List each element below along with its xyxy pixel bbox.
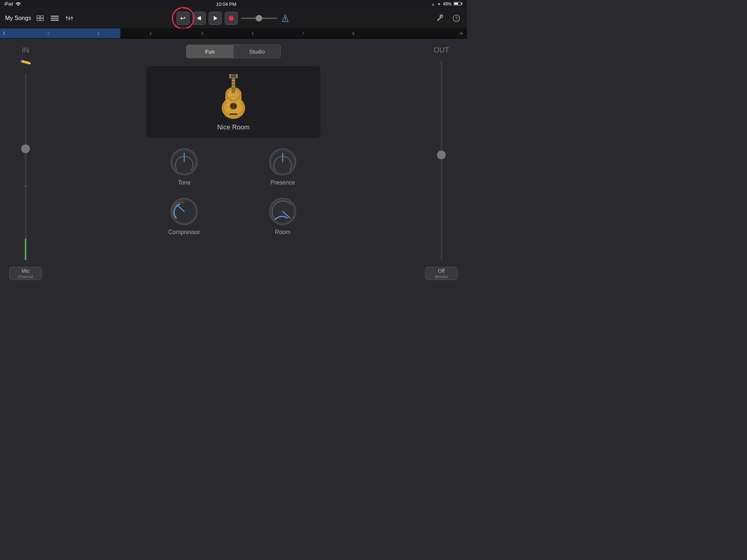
right-panel: OUT Off Monitor bbox=[416, 39, 467, 280]
in-thumb[interactable] bbox=[21, 144, 30, 153]
svg-rect-5 bbox=[37, 19, 40, 21]
main-area: IN ✏️ Mic Channel Fun Studio bbox=[0, 39, 467, 280]
wrench-button[interactable] bbox=[435, 13, 445, 23]
toolbar-center: ↩ bbox=[157, 12, 309, 25]
svg-marker-18 bbox=[214, 16, 217, 20]
metronome-button[interactable] bbox=[280, 13, 290, 24]
out-thumb[interactable] bbox=[437, 151, 446, 159]
volume-track bbox=[241, 18, 277, 19]
svg-point-36 bbox=[229, 74, 231, 76]
knobs-grid: Tone Presence bbox=[146, 147, 321, 236]
tone-knob[interactable] bbox=[170, 147, 199, 176]
off-label: Off bbox=[438, 268, 445, 274]
timeline-marker-3: 3 bbox=[97, 31, 100, 35]
room-knob[interactable] bbox=[268, 197, 297, 226]
level-dash bbox=[24, 186, 27, 186]
presence-knob-container: Presence bbox=[244, 147, 321, 186]
svg-rect-2 bbox=[454, 3, 458, 4]
status-bar: iPad 10:04 PM ▲ ✦ 48% bbox=[0, 0, 467, 8]
compressor-knob-container: Compressor bbox=[146, 197, 222, 236]
ipad-label: iPad bbox=[4, 1, 13, 7]
in-slider[interactable] bbox=[20, 73, 31, 260]
mode-toggle: Fun Studio bbox=[186, 44, 281, 58]
svg-rect-8 bbox=[51, 18, 59, 19]
volume-thumb[interactable] bbox=[256, 15, 262, 22]
instrument-box[interactable]: Nice Room bbox=[146, 66, 321, 139]
svg-rect-15 bbox=[71, 17, 73, 18]
bluetooth-icon: ✦ bbox=[437, 2, 441, 7]
channel-label: Channel bbox=[18, 275, 33, 279]
view-grid-button[interactable] bbox=[35, 13, 46, 23]
timeline-marker-8: 8 bbox=[352, 31, 355, 35]
svg-point-22 bbox=[441, 15, 442, 17]
status-time: 10:04 PM bbox=[216, 1, 236, 7]
undo-wrapper: ↩ bbox=[177, 12, 190, 25]
level-bar bbox=[25, 238, 26, 260]
mic-label: Mic bbox=[22, 268, 30, 274]
svg-point-39 bbox=[236, 76, 238, 78]
volume-slider[interactable] bbox=[241, 18, 277, 19]
my-songs-button[interactable]: My Songs bbox=[5, 15, 31, 22]
svg-rect-7 bbox=[51, 16, 59, 17]
svg-rect-44 bbox=[229, 113, 237, 115]
tone-label: Tone bbox=[178, 179, 191, 186]
room-knob-container: Room bbox=[244, 197, 321, 236]
monitor-label: Monitor bbox=[435, 275, 448, 279]
wifi-icon bbox=[15, 1, 21, 7]
fun-mode-button[interactable]: Fun bbox=[186, 45, 233, 58]
play-button[interactable] bbox=[209, 12, 222, 25]
timeline-marker-6: 6 bbox=[252, 31, 254, 35]
out-label: OUT bbox=[434, 46, 449, 54]
toolbar-left: My Songs bbox=[5, 13, 157, 23]
undo-button[interactable]: ↩ bbox=[177, 12, 190, 25]
svg-point-30 bbox=[231, 103, 236, 109]
rewind-button[interactable] bbox=[193, 12, 206, 25]
compressor-label: Compressor bbox=[168, 229, 200, 236]
svg-text:?: ? bbox=[455, 16, 458, 21]
monitor-button[interactable]: Off Monitor bbox=[425, 267, 458, 280]
battery-icon bbox=[454, 1, 462, 7]
tone-knob-container: Tone bbox=[146, 147, 222, 186]
timeline: 1 2 3 4 5 6 7 8 + bbox=[0, 28, 467, 39]
guitar-image bbox=[212, 73, 255, 121]
battery-label: 48% bbox=[443, 1, 452, 7]
in-track bbox=[25, 73, 27, 260]
svg-rect-9 bbox=[51, 20, 59, 21]
svg-rect-1 bbox=[461, 3, 462, 4]
timeline-add-button[interactable]: + bbox=[459, 30, 463, 37]
presence-knob[interactable] bbox=[268, 147, 297, 176]
svg-rect-17 bbox=[200, 16, 201, 20]
record-button[interactable] bbox=[225, 12, 238, 25]
timeline-marker-7: 7 bbox=[302, 31, 304, 35]
mixer-button[interactable] bbox=[64, 13, 75, 23]
status-right: ▲ ✦ 48% bbox=[431, 1, 462, 7]
presence-label: Presence bbox=[270, 179, 295, 186]
in-label: IN bbox=[22, 46, 29, 54]
svg-point-38 bbox=[236, 74, 238, 76]
timeline-numbers: 2 3 4 5 6 7 8 bbox=[0, 28, 467, 38]
help-button[interactable]: ? bbox=[451, 13, 462, 24]
svg-rect-31 bbox=[232, 76, 235, 93]
svg-rect-6 bbox=[40, 19, 43, 21]
room-label: Room bbox=[275, 229, 291, 236]
out-slider[interactable] bbox=[436, 61, 447, 260]
timeline-marker-2: 2 bbox=[47, 31, 50, 35]
studio-mode-button[interactable]: Studio bbox=[233, 45, 280, 58]
location-icon: ▲ bbox=[431, 2, 435, 6]
toolbar: My Songs bbox=[0, 8, 467, 28]
svg-rect-4 bbox=[40, 16, 43, 18]
svg-rect-13 bbox=[66, 17, 68, 18]
center-panel: Fun Studio bbox=[51, 39, 416, 280]
svg-point-37 bbox=[229, 76, 231, 78]
view-list-button[interactable] bbox=[49, 13, 60, 23]
out-track bbox=[441, 61, 442, 260]
svg-rect-14 bbox=[68, 18, 70, 19]
timeline-marker-5: 5 bbox=[201, 31, 204, 35]
pencil-icon[interactable]: ✏️ bbox=[19, 56, 32, 68]
instrument-name: Nice Room bbox=[217, 124, 249, 131]
svg-rect-3 bbox=[37, 16, 40, 18]
toolbar-right: ? bbox=[310, 13, 462, 24]
mic-channel-button[interactable]: Mic Channel bbox=[9, 267, 42, 280]
compressor-knob[interactable] bbox=[170, 197, 199, 226]
status-left: iPad bbox=[4, 1, 21, 7]
